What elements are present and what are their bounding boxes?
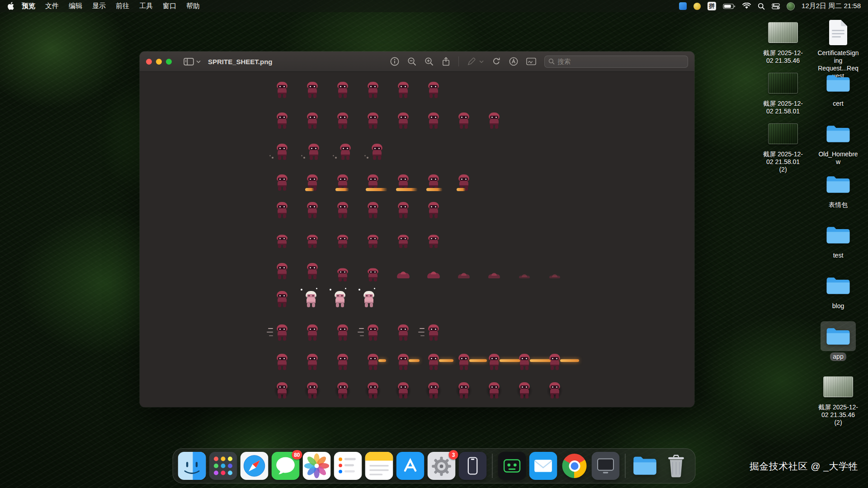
- minimize-button[interactable]: [156, 59, 162, 65]
- sprite-sheet-canvas[interactable]: [140, 72, 694, 407]
- close-button[interactable]: [146, 59, 152, 65]
- search-icon: [548, 58, 555, 65]
- sprite: [487, 382, 501, 399]
- desktop-icon-blog[interactable]: blog: [814, 271, 863, 310]
- menubar-datetime[interactable]: 12月2日 周二 21:58: [802, 2, 861, 10]
- menu-item-编辑[interactable]: 编辑: [64, 0, 87, 12]
- sprite: [366, 113, 380, 129]
- desktop-icon-app[interactable]: app: [814, 321, 863, 361]
- sprite: [457, 382, 471, 399]
- markup-pencil-button[interactable]: [467, 57, 476, 66]
- desktop-icon-截屏-2025-12-02-21.58.01[interactable]: 截屏 2025-12-02 21.58.01: [759, 68, 807, 116]
- window-titlebar[interactable]: SPRITE_SHEET.png: [140, 52, 694, 72]
- dock-divider: [492, 454, 493, 478]
- document-icon: [827, 19, 849, 46]
- desktop-icon-image: [821, 271, 856, 300]
- sprite: [305, 202, 320, 218]
- sprite: [333, 291, 347, 307]
- sprite: [275, 235, 289, 248]
- desktop-icon-label: 截屏 2025-12-02 21.35.46: [759, 49, 807, 65]
- sidebar-toggle-button[interactable]: [184, 58, 201, 66]
- dock-icon-messages[interactable]: 80: [272, 452, 300, 480]
- dock-icon-photos[interactable]: [303, 452, 331, 480]
- sprite: [426, 82, 441, 98]
- folder-icon: [825, 224, 851, 245]
- annotate-a-button[interactable]: [509, 57, 518, 66]
- desktop-icon-Old_Homebrew[interactable]: Old_Homebrew: [814, 119, 863, 166]
- rotate-button[interactable]: [492, 57, 501, 66]
- sprite: [487, 354, 501, 370]
- signature-button[interactable]: [526, 57, 536, 66]
- menu-item-文件[interactable]: 文件: [40, 0, 64, 12]
- traffic-lights: [146, 59, 172, 65]
- dock-icon-mail[interactable]: [529, 452, 557, 480]
- menu-item-前往[interactable]: 前往: [111, 0, 134, 12]
- toolbar-separator: [458, 56, 459, 66]
- sprite: [305, 113, 320, 129]
- zoom-in-button[interactable]: [425, 57, 434, 66]
- markup-chevron-button[interactable]: [479, 60, 484, 63]
- user-avatar-icon[interactable]: [787, 2, 795, 10]
- dock-icon-iphone-mirroring[interactable]: [459, 452, 487, 480]
- menu-item-显示[interactable]: 显示: [87, 0, 111, 12]
- desktop-icon-label: Old_Homebrew: [814, 150, 862, 166]
- battery-icon[interactable]: [723, 3, 736, 9]
- sprite: [304, 291, 318, 307]
- dock-icon-app-store[interactable]: [396, 452, 425, 480]
- zoom-out-button[interactable]: [407, 57, 416, 66]
- window-title: SPRITE_SHEET.png: [208, 58, 273, 66]
- control-center-icon[interactable]: [772, 3, 780, 9]
- dock-icon-launchpad[interactable]: [209, 452, 237, 480]
- dock-icon-notes[interactable]: [365, 452, 393, 480]
- chrome-logo: [562, 454, 587, 478]
- menu-item-帮助[interactable]: 帮助: [181, 0, 205, 12]
- dock-icon-reminders[interactable]: [334, 452, 362, 480]
- desktop-icon-image: [823, 18, 854, 47]
- sprite: [335, 382, 350, 399]
- dock-icon-safari[interactable]: [241, 452, 269, 480]
- dock-icon-trash[interactable]: [662, 452, 690, 480]
- sprite: [338, 144, 353, 160]
- screenshot-thumbnail: [768, 22, 798, 43]
- desktop-icon-image: [821, 169, 856, 199]
- dock-icon-downloads-folder[interactable]: [631, 452, 659, 480]
- desktop-icon-截屏-2025-12-02-21.35.46[interactable]: 截屏 2025-12-02 21.35.46: [759, 18, 807, 65]
- dock-icon-finder[interactable]: [178, 452, 206, 480]
- desktop-icon-表情包[interactable]: 表情包: [814, 169, 863, 209]
- menu-item-预览[interactable]: 预览: [17, 0, 40, 12]
- desktop-icon-截屏-2025-12-02-21.35.46-(2)[interactable]: 截屏 2025-12-02 21.35.46 (2): [814, 372, 863, 427]
- dock-icon-system-settings[interactable]: 3: [428, 452, 456, 480]
- info-button[interactable]: [390, 57, 399, 66]
- status-app-blue-icon[interactable]: [679, 2, 687, 10]
- status-app-yellow-icon[interactable]: [693, 3, 701, 10]
- input-method-badge[interactable]: 拼: [708, 2, 716, 10]
- desktop-icon-截屏-2025-12-02-21.58.01-(2)[interactable]: 截屏 2025-12-02 21.58.01 (2): [759, 119, 807, 174]
- menu-item-窗口[interactable]: 窗口: [158, 0, 181, 12]
- desktop-icon-image: [821, 220, 856, 250]
- share-button[interactable]: [442, 56, 450, 66]
- wifi-icon[interactable]: [742, 3, 751, 9]
- sprite: [426, 113, 441, 129]
- sprite: [426, 324, 441, 341]
- search-input[interactable]: [557, 58, 684, 65]
- dock-icon-chrome[interactable]: [561, 452, 589, 480]
- apple-logo-icon[interactable]: [7, 2, 14, 10]
- sprite: [275, 113, 289, 129]
- dock-icon-dev-tools[interactable]: [592, 452, 620, 480]
- desktop-icon-cert[interactable]: cert: [814, 68, 863, 108]
- sprite: [426, 382, 441, 399]
- sprite: [517, 354, 532, 370]
- desktop-icon-label: 截屏 2025-12-02 21.35.46 (2): [814, 403, 862, 427]
- spotlight-search-icon[interactable]: [758, 3, 765, 10]
- toolbar-search[interactable]: [544, 56, 688, 68]
- screenshot-thumbnail: [823, 376, 853, 397]
- desktop-icon-label: cert: [830, 99, 846, 108]
- sprite: [366, 268, 380, 282]
- dock-icon-terminal[interactable]: [498, 452, 526, 480]
- desktop-icon-test[interactable]: test: [814, 220, 863, 260]
- sprite: [396, 235, 410, 248]
- sprite: [335, 324, 350, 341]
- menu-item-工具[interactable]: 工具: [134, 0, 158, 12]
- zoom-button[interactable]: [166, 59, 172, 65]
- sprite: [426, 354, 441, 370]
